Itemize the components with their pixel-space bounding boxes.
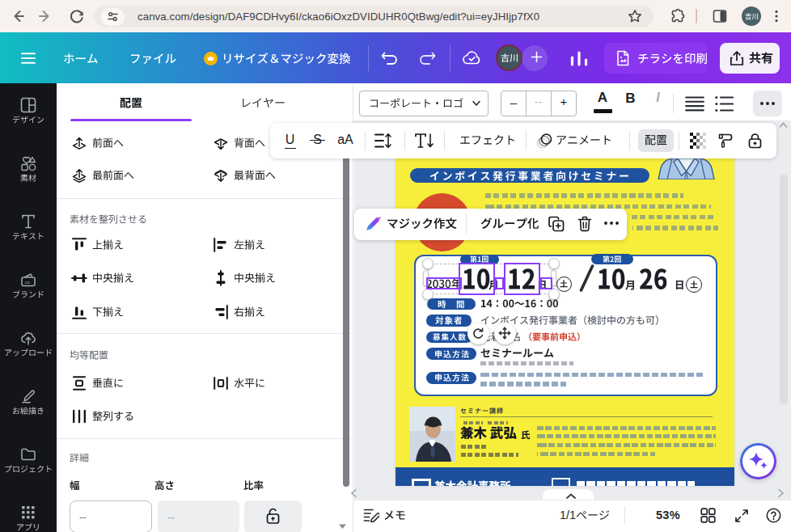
svg-text:co.: co. [25, 280, 32, 285]
